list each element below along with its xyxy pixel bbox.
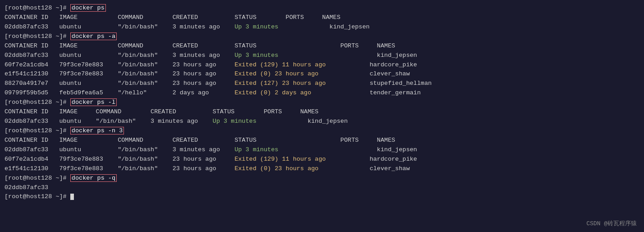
row-4-1: 02ddb87afc33 ubuntu "/bin/bash" 3 minute… <box>5 145 639 155</box>
header-4: CONTAINER ID IMAGE COMMAND CREATED STATU… <box>5 136 639 145</box>
prompt-3: [root@host128 ~]# <box>5 99 70 106</box>
header-3: CONTAINER ID IMAGE COMMAND CREATED STATU… <box>5 107 639 117</box>
cursor <box>70 194 74 200</box>
cmd-5: docker ps -q <box>70 174 117 182</box>
prompt-1: [root@host128 ~]# <box>5 5 70 11</box>
cmd-3: docker ps -l <box>70 98 117 106</box>
header-2: CONTAINER ID IMAGE COMMAND CREATED STATU… <box>5 42 639 51</box>
line-2: [root@host128 ~]# docker ps -a <box>5 32 639 42</box>
prompt-4: [root@host128 ~]# <box>5 127 70 134</box>
row-5-1: 02ddb87afc33 <box>5 183 639 193</box>
row-3-1: 02ddb87afc33 ubuntu "/bin/bash" 3 minute… <box>5 117 639 126</box>
cmd-4: docker ps -n 3 <box>70 127 124 135</box>
prompt-final: [root@host128 ~]# <box>5 193 70 200</box>
row-4-2: 60f7e2a1cdb4 79f3ce78e883 "/bin/bash" 23… <box>5 155 639 164</box>
line-4: [root@host128 ~]# docker ps -n 3 <box>5 126 639 136</box>
line-3: [root@host128 ~]# docker ps -l <box>5 98 639 107</box>
cmd-2: docker ps -a <box>70 32 117 40</box>
row-2a-2: 60f7e2a1cdb4 79f3ce78e883 "/bin/bash" 23… <box>5 60 639 70</box>
terminal-window: [root@host128 ~]# docker ps CONTAINER ID… <box>0 0 644 232</box>
row-2a-4: 88270a4917e7 ubuntu "/bin/bash" 23 hours… <box>5 79 639 88</box>
cmd-1: docker ps <box>70 4 106 12</box>
row-4-3: e1f541c12130 79f3ce78e883 "/bin/bash" 23… <box>5 164 639 174</box>
line-1: [root@host128 ~]# docker ps <box>5 4 639 13</box>
prompt-5: [root@host128 ~]# <box>5 175 70 181</box>
line-final: [root@host128 ~]# <box>5 192 639 202</box>
row-2a-3: e1f541c12130 79f3ce78e883 "/bin/bash" 23… <box>5 70 639 79</box>
line-5: [root@host128 ~]# docker ps -q <box>5 174 639 183</box>
row-1: 02ddb87afc33 ubuntu "/bin/bash" 3 minute… <box>5 23 639 32</box>
header-1: CONTAINER ID IMAGE COMMAND CREATED STATU… <box>5 13 639 23</box>
row-2a-1: 02ddb87afc33 ubuntu "/bin/bash" 3 minute… <box>5 51 639 60</box>
prompt-2: [root@host128 ~]# <box>5 33 70 40</box>
row-2a-5: 09799f59b5d5 feb5d9fea6a5 "/hello" 2 day… <box>5 88 639 98</box>
watermark: CSDN @砖瓦程序猿 <box>586 219 637 227</box>
